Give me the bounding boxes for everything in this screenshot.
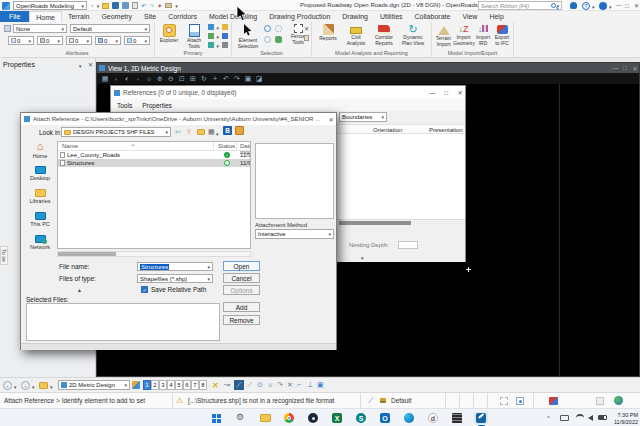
open-folder-icon[interactable] — [102, 3, 109, 9]
ribbon-search[interactable]: Search Ribbon (F4) — [478, 1, 562, 10]
models-tool-icon[interactable] — [208, 33, 214, 39]
boundaries-select[interactable]: Boundaries — [339, 112, 387, 122]
menu-properties[interactable]: Properties — [142, 102, 172, 109]
chevron-down-icon[interactable] — [216, 42, 219, 49]
pin-icon[interactable]: ✦ — [157, 2, 162, 9]
nesting-depth-input[interactable] — [398, 241, 418, 249]
select-previous-icon[interactable] — [264, 36, 271, 43]
civil-analysis-button[interactable]: Civil Analysis — [342, 24, 370, 52]
file-row-structures[interactable]: Structures ✓ 11/9/2022 — [58, 159, 250, 167]
save-as-icon[interactable] — [122, 2, 129, 9]
openroads-taskbar-icon[interactable] — [474, 412, 488, 424]
open-model-dropdown-icon[interactable] — [50, 383, 53, 390]
background-map-dropdown-icon[interactable] — [133, 75, 143, 82]
point-clouds-tool-icon[interactable] — [222, 42, 228, 48]
remove-button[interactable]: Remove — [223, 315, 260, 325]
start-button[interactable] — [212, 414, 221, 423]
tab-drawing[interactable]: Drawing — [336, 11, 374, 22]
references-maximize-button[interactable] — [444, 89, 448, 96]
tab-geometry[interactable]: Geometry — [95, 11, 138, 22]
quick-select-icon[interactable] — [275, 36, 282, 43]
import-ird-button[interactable]: ↓ Import IRD — [474, 24, 492, 52]
properties-menu-icon[interactable] — [79, 62, 82, 69]
lock-icon[interactable] — [380, 398, 386, 403]
view-minimize-button[interactable] — [612, 65, 618, 72]
tray-volume-icon[interactable] — [588, 415, 593, 421]
import-geometry-button[interactable]: ↓Z Import Geometry — [453, 24, 474, 52]
tab-utilities[interactable]: Utilities — [374, 11, 409, 22]
place-this-pc[interactable]: This PC — [25, 210, 55, 233]
tab-site[interactable]: Site — [138, 11, 162, 22]
tray-battery-icon[interactable] — [598, 415, 607, 420]
references-tool-icon[interactable] — [222, 24, 228, 30]
collapse-options-icon[interactable]: ▲ — [77, 287, 82, 293]
connection-status-icon[interactable] — [614, 396, 623, 405]
chevron-down-icon[interactable] — [216, 33, 219, 40]
scrollbar-thumb[interactable] — [339, 221, 411, 225]
raster-tool-icon[interactable] — [222, 33, 228, 39]
view-toggle-1[interactable]: 1 — [143, 380, 151, 390]
outlook-icon[interactable]: O — [380, 413, 390, 423]
open-model-icon[interactable] — [39, 382, 48, 389]
design-history-icon[interactable] — [549, 397, 558, 405]
view-toggle-6[interactable]: 6 — [183, 380, 191, 390]
column-orientation[interactable]: Orientation — [373, 127, 402, 133]
footer-dropdown-icon[interactable] — [361, 254, 364, 261]
d-circle-app-icon[interactable]: d — [428, 413, 438, 423]
account-icon[interactable] — [599, 2, 607, 10]
edge-icon[interactable] — [404, 413, 414, 423]
undo-view-icon[interactable]: ↶ — [221, 75, 231, 83]
view-display-dropdown-icon[interactable] — [111, 75, 121, 82]
fit-view-icon[interactable]: ⊞ — [188, 75, 198, 83]
bentley-format-icon[interactable]: B — [223, 126, 232, 135]
active-level-label[interactable]: Default — [391, 397, 412, 404]
accusnap-x-icon[interactable]: ✕ — [212, 381, 219, 390]
tab-model-detailing[interactable]: Model Detailing — [203, 11, 263, 22]
terrain-import-button[interactable]: Terrain Import — [434, 24, 453, 52]
copy-view-icon[interactable]: ▣ — [243, 75, 253, 83]
view-toggle-2[interactable]: 2 — [151, 380, 159, 390]
back-icon[interactable]: ⇦ — [175, 128, 181, 136]
view-groups-icon[interactable] — [132, 381, 140, 389]
tab-help[interactable]: Help — [483, 11, 509, 22]
help-icon[interactable]: ? — [582, 2, 590, 10]
account-dropdown-icon[interactable] — [609, 3, 612, 10]
color-select[interactable]: 0 — [37, 36, 63, 45]
sync-icon[interactable]: ◔ — [90, 3, 94, 9]
explorer-button[interactable]: Explorer — [157, 24, 181, 52]
zoom-out-icon[interactable]: ⊖ — [166, 75, 176, 83]
tray-touchpad-icon[interactable] — [560, 415, 569, 421]
view-toggle-8[interactable]: 8 — [199, 380, 207, 390]
add-button[interactable]: Add — [223, 302, 260, 312]
file-explorer-icon[interactable] — [260, 414, 271, 422]
selected-files-listbox[interactable] — [26, 303, 220, 341]
properties-tool-icon[interactable] — [208, 24, 214, 30]
redo-icon[interactable]: ↷ — [149, 2, 154, 9]
level-display-tool-icon[interactable] — [208, 42, 214, 48]
place-network[interactable]: Network — [25, 233, 55, 256]
attach-close-button[interactable] — [328, 116, 333, 123]
chrome-icon[interactable] — [284, 413, 294, 423]
view-toggle-4[interactable]: 4 — [167, 380, 175, 390]
view-menu-icon[interactable]: ▦ — [208, 128, 215, 136]
tab-collaborate[interactable]: Collaborate — [409, 11, 457, 22]
clear-fence-icon[interactable] — [304, 25, 309, 32]
tray-clock[interactable]: 7:30 PM 11/9/2022 — [610, 412, 638, 425]
select-none-icon[interactable] — [275, 25, 282, 32]
cancel-button[interactable]: Cancel — [223, 273, 260, 283]
delete-snap-icon[interactable]: ✕ — [287, 381, 293, 389]
file-list-hscrollbar[interactable] — [57, 251, 251, 257]
origin-snap-icon[interactable]: ▣ — [317, 381, 324, 389]
rotate-snap-icon[interactable]: ↷ — [277, 381, 283, 389]
select-all-icon[interactable] — [264, 25, 271, 32]
save-relative-path-checkbox[interactable]: ✓ Save Relative Path — [141, 286, 206, 293]
docked-panel-side-tab[interactable]: To se — [0, 246, 8, 265]
tab-file[interactable]: File — [0, 11, 29, 22]
menu-tools[interactable]: Tools — [117, 102, 132, 109]
lineweight-select[interactable]: 0 — [95, 36, 121, 45]
sharepoint-icon[interactable]: S — [356, 413, 366, 423]
line-snap-icon[interactable]: ⟋ — [247, 381, 252, 389]
tab-home[interactable]: Home — [29, 11, 62, 22]
file-name-input[interactable]: Structures — [137, 262, 213, 271]
open-button[interactable]: Open — [223, 261, 260, 271]
